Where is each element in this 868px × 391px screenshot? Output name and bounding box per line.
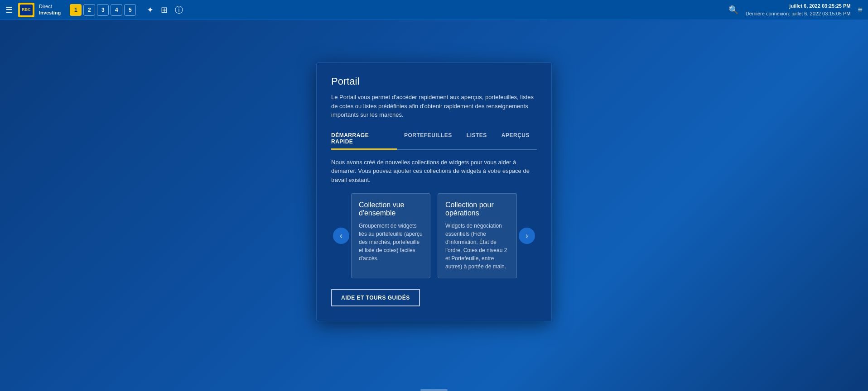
cards-wrapper: ‹ Collection vue d'ensemble Groupement d… <box>331 193 537 278</box>
workspace-tabs: 1 2 3 4 5 <box>70 4 136 16</box>
brand-direct: Direct <box>39 4 61 10</box>
workspace-tab-1[interactable]: 1 <box>70 4 82 16</box>
portail-description: Le Portail vous permet d'accéder rapidem… <box>331 93 537 119</box>
tab-listes[interactable]: LISTES <box>459 129 494 149</box>
topbar-tools: ✦ ⊞ ⓘ <box>147 5 183 15</box>
workspace-tab-2[interactable]: 2 <box>83 4 95 16</box>
tabs-description: Nous avons créé de nouvelles collections… <box>331 158 537 185</box>
last-login: Dernière connexion: juillet 6, 2022 03:1… <box>746 10 851 18</box>
portail-dialog: Portail Le Portail vous permet d'accéder… <box>316 62 552 321</box>
workspace-tab-5[interactable]: 5 <box>124 4 136 16</box>
rbc-logo[interactable]: RBC <box>18 3 34 17</box>
portail-tabs: DÉMARRAGE RAPIDE PORTEFEUILLES LISTES AP… <box>331 129 537 150</box>
workspace-tab-3[interactable]: 3 <box>97 4 109 16</box>
card-vue-ensemble-title: Collection vue d'ensemble <box>359 201 423 217</box>
tab-portefeuilles[interactable]: PORTEFEUILLES <box>397 129 459 149</box>
overflow-menu-icon[interactable]: ≡ <box>858 5 863 14</box>
rbc-logo-text: RBC <box>22 8 31 12</box>
info-icon[interactable]: ⓘ <box>175 5 183 15</box>
topbar-left: ☰ RBC Direct Investing 1 2 3 4 5 ✦ ⊞ ⓘ <box>5 3 183 17</box>
card-operations-title: Collection pour opérations <box>445 201 509 217</box>
card-vue-ensemble-description: Groupement de widgets liés au portefeuil… <box>359 222 423 262</box>
hamburger-icon[interactable]: ☰ <box>5 5 13 15</box>
topbar: ☰ RBC Direct Investing 1 2 3 4 5 ✦ ⊞ ⓘ � <box>0 0 868 20</box>
aide-tours-guides-button[interactable]: AIDE ET TOURS GUIDÉS <box>331 289 420 306</box>
card-vue-ensemble: Collection vue d'ensemble Groupement de … <box>351 193 430 278</box>
workspace-tab-4[interactable]: 4 <box>111 4 122 16</box>
rbc-logo-inner: RBC <box>20 5 33 15</box>
search-icon[interactable]: 🔍 <box>728 5 738 15</box>
person-tool-icon[interactable]: ✦ <box>147 5 154 15</box>
carousel-prev-button[interactable]: ‹ <box>333 228 349 244</box>
tab-demarrage-rapide[interactable]: DÉMARRAGE RAPIDE <box>331 129 397 149</box>
layout-icon[interactable]: ⊞ <box>161 5 168 15</box>
card-operations: Collection pour opérations Widgets de né… <box>438 193 517 278</box>
topbar-right: 🔍 juillet 6, 2022 03:25:25 PM Dernière c… <box>728 2 863 17</box>
datetime-display: juillet 6, 2022 03:25:25 PM Dernière con… <box>746 2 851 17</box>
brand-investing: Investing <box>39 10 61 16</box>
bottom-scrollbar <box>420 389 448 391</box>
main-content: Portail Le Portail vous permet d'accéder… <box>0 20 868 391</box>
current-time: juillet 6, 2022 03:25:25 PM <box>746 2 851 10</box>
tab-apercus[interactable]: APERÇUS <box>494 129 537 149</box>
card-operations-description: Widgets de négociation essentiels (Fiche… <box>445 222 509 271</box>
portail-title: Portail <box>331 76 537 87</box>
cards-container: Collection vue d'ensemble Groupement de … <box>351 193 517 278</box>
brand-text: Direct Investing <box>39 4 61 15</box>
carousel-next-button[interactable]: › <box>519 228 535 244</box>
